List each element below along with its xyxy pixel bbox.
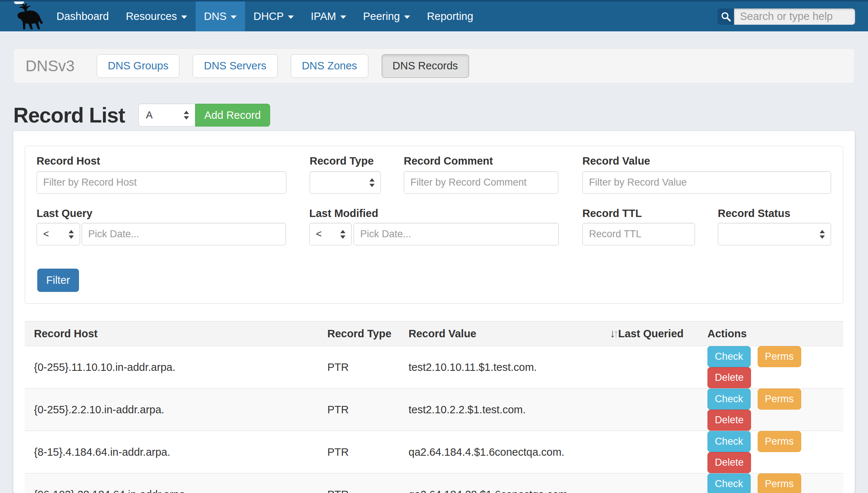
record-host-filter-input[interactable] [37, 171, 286, 194]
last-modified-date-input[interactable] [354, 223, 559, 245]
nav-dhcp[interactable]: DHCP [245, 1, 302, 31]
record-ttl-label: Record TTL [582, 207, 642, 220]
nav-dashboard[interactable]: Dashboard [48, 1, 117, 31]
tab-dns-records[interactable]: DNS Records [382, 54, 469, 78]
tab-dns-servers[interactable]: DNS Servers [193, 54, 277, 78]
records-tbody: {0-255}.11.10.10.in-addr.arpa.PTRtest2.1… [25, 346, 843, 493]
record-host-cell: {8-15}.4.184.64.in-addr.arpa. [25, 431, 327, 473]
nav-dashboard-label: Dashboard [56, 10, 109, 23]
record-type-cell: PTR [327, 431, 409, 473]
add-record-group: A Add Record [138, 104, 270, 127]
chevron-down-icon [231, 15, 237, 19]
records-table: Record Host Record Type Record Value ↓↑L… [25, 321, 843, 493]
header-record-host-label: Record Host [34, 328, 97, 339]
header-record-host: Record Host [25, 321, 327, 346]
check-button[interactable]: Check [707, 473, 751, 493]
perms-button[interactable]: Perms [758, 346, 801, 367]
last-queried-cell [610, 389, 707, 431]
check-button[interactable]: Check [707, 389, 751, 410]
header-last-queried-label: Last Queried [618, 328, 683, 339]
record-host-label: Record Host [37, 155, 100, 167]
record-value-filter-input[interactable] [582, 171, 831, 194]
record-type-add-select[interactable]: A [138, 104, 195, 127]
record-type-add-value: A [146, 110, 153, 121]
app-logo[interactable] [14, 1, 44, 31]
perms-button[interactable]: Perms [758, 389, 801, 410]
chevron-down-icon [181, 15, 187, 19]
delete-button[interactable]: Delete [707, 367, 751, 388]
select-spinner-icon [184, 111, 189, 120]
actions-cell: CheckPermsDelete [707, 346, 843, 389]
select-spinner-icon [69, 230, 74, 239]
top-edge-artifact [14, 1, 24, 4]
chevron-down-icon [288, 15, 294, 19]
record-type-filter-select[interactable] [310, 171, 381, 194]
record-type-cell: PTR [327, 346, 409, 389]
search-input[interactable] [734, 8, 855, 25]
record-type-label: Record Type [310, 155, 374, 167]
header-record-value: Record Value [409, 321, 610, 346]
filter-button[interactable]: Filter [37, 269, 79, 292]
nav-resources-label: Resources [126, 10, 177, 23]
add-record-button[interactable]: Add Record [195, 104, 270, 127]
perms-button[interactable]: Perms [758, 431, 801, 452]
record-value-label: Record Value [582, 155, 650, 167]
record-value-cell: qa2.64.184.4.$1.6conectqa.com. [409, 431, 610, 473]
record-value-cell: test2.10.2.2.$1.test.com. [409, 389, 610, 431]
dnsv3-panel: DNSv3 DNS Groups DNS Servers DNS Zones D… [13, 48, 855, 83]
header-record-type: Record Type [327, 321, 409, 346]
sort-arrows-icon[interactable]: ↓↑ [610, 327, 617, 340]
search-icon[interactable] [717, 8, 734, 25]
header-record-type-label: Record Type [327, 328, 392, 339]
nav-ipam-label: IPAM [311, 10, 336, 23]
filter-panel: Record Host Record Type Record Comment R… [25, 146, 843, 304]
last-query-label: Last Query [37, 207, 93, 220]
last-query-date-input[interactable] [82, 223, 286, 245]
nav-peering[interactable]: Peering [355, 1, 418, 31]
actions-cell: CheckPermsDelete [707, 389, 843, 431]
tab-dns-groups[interactable]: DNS Groups [97, 54, 179, 78]
select-spinner-icon [340, 230, 345, 239]
select-spinner-icon [369, 178, 375, 187]
nav-ipam[interactable]: IPAM [302, 1, 355, 31]
delete-button[interactable]: Delete [707, 452, 751, 473]
nav-dns-label: DNS [204, 10, 227, 23]
record-ttl-input[interactable] [582, 223, 695, 245]
last-queried-cell [610, 473, 707, 493]
check-button[interactable]: Check [707, 346, 751, 367]
nav-dns[interactable]: DNS [196, 1, 245, 31]
delete-button[interactable]: Delete [707, 410, 751, 431]
record-list-card: Record Host Record Type Record Comment R… [13, 131, 855, 493]
header-record-value-label: Record Value [409, 328, 476, 339]
nav-reporting-label: Reporting [427, 10, 473, 23]
perms-button[interactable]: Perms [758, 473, 801, 493]
nav-dhcp-label: DHCP [254, 10, 284, 23]
record-host-cell: {96-103}.28.184.64.in-addr.arpa. [25, 473, 327, 493]
record-status-select[interactable] [718, 223, 831, 245]
tab-dns-zones[interactable]: DNS Zones [291, 54, 368, 78]
record-status-label: Record Status [718, 207, 790, 220]
actions-cell: CheckPermsDelete [707, 431, 843, 473]
last-query-operator-select[interactable]: < [37, 223, 80, 245]
select-spinner-icon [820, 230, 825, 239]
check-button[interactable]: Check [707, 431, 751, 452]
header-actions-label: Actions [707, 328, 747, 339]
table-row: {0-255}.2.2.10.in-addr.arpa.PTRtest2.10.… [25, 389, 843, 431]
dnsv3-title: DNSv3 [25, 57, 75, 75]
last-queried-cell [610, 346, 707, 389]
nav-reporting[interactable]: Reporting [418, 1, 482, 31]
record-value-cell: test2.10.10.11.$1.test.com. [409, 346, 610, 389]
header-last-queried[interactable]: ↓↑Last Queried [610, 321, 707, 346]
record-comment-filter-input[interactable] [404, 171, 558, 194]
record-host-cell: {0-255}.2.2.10.in-addr.arpa. [25, 389, 327, 431]
table-row: {8-15}.4.184.64.in-addr.arpa.PTRqa2.64.1… [25, 431, 843, 473]
nav-resources[interactable]: Resources [117, 1, 196, 31]
record-comment-label: Record Comment [404, 155, 493, 167]
page-title: Record List [13, 103, 125, 127]
last-modified-operator-select[interactable]: < [309, 223, 352, 245]
header-actions: Actions [707, 321, 843, 346]
nav-peering-label: Peering [363, 10, 400, 23]
global-search [717, 8, 855, 25]
chevron-down-icon [340, 15, 346, 19]
moose-logo-icon [14, 3, 44, 31]
